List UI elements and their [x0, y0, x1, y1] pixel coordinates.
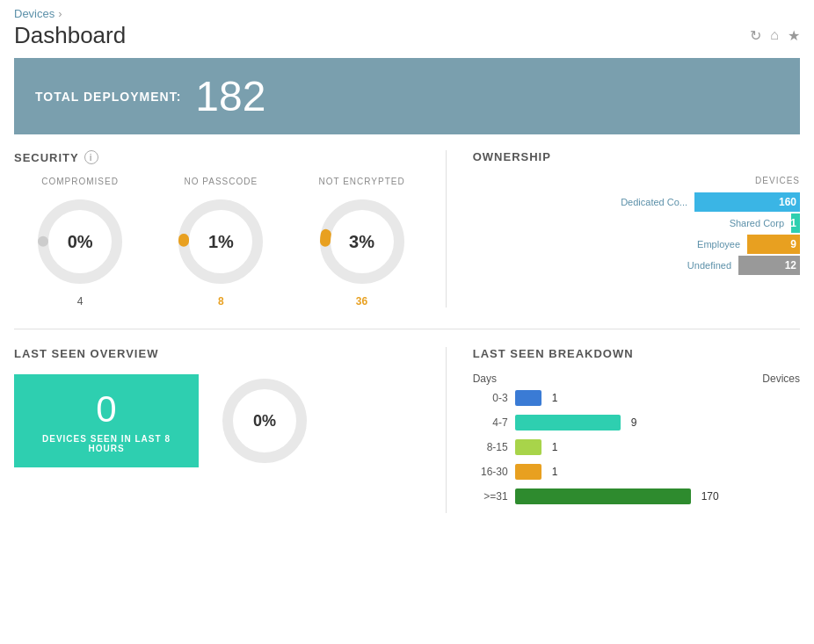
page-title: Dashboard: [14, 22, 126, 49]
breadcrumb: Devices ›: [0, 0, 814, 22]
breakdown-table: 0-3 1 4-7 9 8-15 1 16-30 1 >=31 170: [473, 390, 800, 504]
last-seen-donut-percent: 0%: [253, 412, 276, 431]
ownership-bar-row-0: Dedicated Co... 160: [473, 192, 800, 212]
breadcrumb-chevron: ›: [58, 7, 62, 20]
ownership-bar-outer-2: 9: [747, 235, 800, 254]
ownership-column-header: DEVICES: [473, 176, 800, 185]
ownership-bar-rect-0: 160: [694, 192, 800, 212]
breakdown-day-4: >=31: [473, 490, 508, 503]
home-icon[interactable]: ⌂: [770, 27, 779, 44]
gauge-item-1: NO PASSCODE 1% 8: [172, 177, 269, 308]
breakdown-day-0: 0-3: [473, 392, 508, 404]
ownership-bar-name-3: Undefined: [661, 260, 731, 271]
breakdown-day-1: 4-7: [473, 416, 508, 429]
gauges-row: COMPROMISED 0% 4 NO PASSCODE 1% 8 NOT EN…: [14, 177, 428, 308]
ownership-bar-rect-3: 12: [738, 256, 800, 275]
gauge-wrapper-2: 3%: [314, 193, 411, 290]
deployment-count: 182: [195, 72, 265, 120]
main-content: SECURITY i COMPROMISED 0% 4 NO PASSCODE …: [0, 150, 814, 513]
last-seen-donut: 0%: [216, 373, 313, 469]
breakdown-count-4: 170: [701, 490, 719, 503]
bottom-section: LAST SEEN OVERVIEW 0 DEVICES SEEN IN LAS…: [14, 329, 800, 513]
star-icon[interactable]: ★: [788, 27, 800, 44]
gauge-label-1: NO PASSCODE: [185, 177, 258, 186]
breakdown-bar-0: [515, 390, 541, 406]
ownership-title-text: OWNERSHIP: [473, 150, 551, 163]
gauge-label-0: COMPROMISED: [41, 177, 119, 186]
last-seen-overview-content: 0 DEVICES SEEN IN LAST 8 HOURS 0%: [14, 373, 428, 469]
last-seen-breakdown-title-text: LAST SEEN BREAKDOWN: [473, 347, 634, 360]
breakdown-row-1: 4-7 9: [473, 415, 800, 431]
last-seen-overview-panel: LAST SEEN OVERVIEW 0 DEVICES SEEN IN LAS…: [14, 347, 447, 513]
last-seen-overview-title-text: LAST SEEN OVERVIEW: [14, 347, 158, 360]
breakdown-day-2: 8-15: [473, 441, 508, 453]
ownership-bar-outer-0: 160: [694, 192, 800, 212]
last-seen-overview-title: LAST SEEN OVERVIEW: [14, 347, 428, 360]
gauge-wrapper-0: 0%: [32, 193, 128, 290]
ownership-chart: DEVICES Dedicated Co... 160 Shared Corp …: [473, 176, 800, 275]
last-seen-breakdown-panel: LAST SEEN BREAKDOWN Days Devices 0-3 1 4…: [447, 347, 800, 513]
security-panel: SECURITY i COMPROMISED 0% 4 NO PASSCODE …: [14, 150, 447, 308]
ownership-bar-outer-3: 12: [738, 256, 800, 275]
gauge-wrapper-1: 1%: [172, 193, 269, 290]
breakdown-row-0: 0-3 1: [473, 390, 800, 406]
last-seen-breakdown-title: LAST SEEN BREAKDOWN: [473, 347, 800, 360]
ownership-section-title: OWNERSHIP: [473, 150, 800, 163]
deployment-label: TOTAL DEPLOYMENT:: [35, 90, 181, 104]
breakdown-header: Days Devices: [473, 373, 800, 385]
ownership-bar-row-3: Undefined 12: [473, 256, 800, 275]
breakdown-count-2: 1: [552, 441, 558, 453]
ownership-bar-name-2: Employee: [670, 239, 740, 250]
breakdown-count-0: 1: [552, 392, 558, 404]
gauge-item-0: COMPROMISED 0% 4: [32, 177, 128, 308]
devices-seen-label: DEVICES SEEN IN LAST 8 HOURS: [28, 434, 185, 453]
page-title-row: Dashboard ↻ ⌂ ★: [0, 22, 814, 58]
devices-seen-count: 0: [96, 388, 116, 431]
gauge-count-2: 36: [356, 295, 367, 308]
breakdown-day-3: 16-30: [473, 466, 508, 478]
breakdown-count-3: 1: [552, 466, 558, 478]
ownership-bar-val-1: 1: [790, 217, 796, 229]
breakdown-row-2: 8-15 1: [473, 439, 800, 455]
top-two-col: SECURITY i COMPROMISED 0% 4 NO PASSCODE …: [14, 150, 800, 308]
breadcrumb-devices[interactable]: Devices: [14, 7, 55, 20]
breakdown-bar-2: [515, 439, 541, 455]
ownership-bar-val-3: 12: [785, 259, 796, 271]
devices-seen-box: 0 DEVICES SEEN IN LAST 8 HOURS: [14, 374, 199, 467]
breakdown-col-devices: Devices: [762, 373, 800, 385]
breakdown-row-4: >=31 170: [473, 488, 800, 504]
breakdown-bar-1: [515, 415, 621, 431]
security-section-title: SECURITY i: [14, 150, 428, 164]
gauge-count-0: 4: [77, 295, 84, 308]
gauge-percent-0: 0%: [68, 232, 93, 252]
ownership-bar-name-0: Dedicated Co...: [617, 197, 687, 207]
security-title-text: SECURITY: [14, 151, 79, 164]
deployment-banner: TOTAL DEPLOYMENT: 182: [14, 58, 800, 134]
ownership-bar-row-1: Shared Corp 1: [473, 213, 800, 233]
ownership-bar-val-2: 9: [790, 238, 796, 250]
breakdown-bar-3: [515, 464, 541, 480]
ownership-bar-rect-1: 1: [791, 213, 800, 233]
breakdown-bar-4: [515, 488, 691, 504]
refresh-icon[interactable]: ↻: [750, 27, 761, 44]
ownership-bar-val-0: 160: [779, 196, 796, 208]
gauge-count-1: 8: [218, 295, 224, 308]
breakdown-col-days: Days: [473, 373, 497, 385]
ownership-panel: OWNERSHIP DEVICES Dedicated Co... 160 Sh…: [447, 150, 800, 308]
breakdown-count-1: 9: [631, 416, 637, 429]
ownership-bar-name-1: Shared Corp: [714, 218, 784, 228]
gauge-label-2: NOT ENCRYPTED: [318, 177, 404, 186]
ownership-bar-row-2: Employee 9: [473, 235, 800, 254]
toolbar-icons: ↻ ⌂ ★: [750, 27, 800, 44]
gauge-item-2: NOT ENCRYPTED 3% 36: [314, 177, 411, 308]
gauge-percent-2: 3%: [349, 232, 374, 252]
ownership-bar-outer-1: 1: [791, 213, 800, 233]
ownership-bar-rect-2: 9: [747, 235, 800, 254]
breakdown-row-3: 16-30 1: [473, 464, 800, 480]
gauge-percent-1: 1%: [208, 232, 234, 252]
info-icon[interactable]: i: [84, 150, 98, 164]
